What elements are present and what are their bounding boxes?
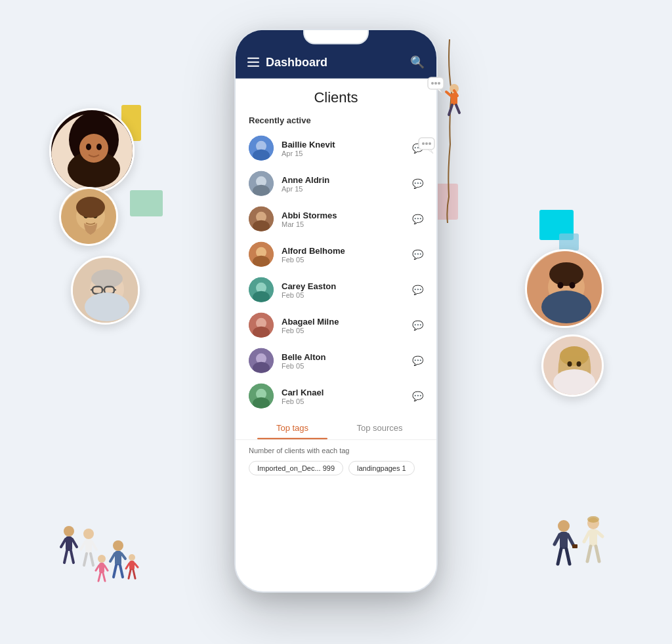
message-icon[interactable]: 💬	[412, 391, 423, 401]
avatar	[249, 207, 274, 231]
phone-body: Clients Recently active Baillie Knevit A…	[236, 79, 436, 590]
client-name: Abagael Milne	[282, 316, 404, 326]
svg-line-97	[597, 532, 602, 536]
client-name: Carl Knael	[282, 387, 404, 397]
svg-line-68	[91, 553, 93, 565]
tags-section: Number of clients with each tag Imported…	[236, 440, 436, 482]
tab-top-tags[interactable]: Top tags	[249, 416, 336, 439]
client-name: Abbi Stormes	[282, 210, 404, 220]
client-info: Alford Belhome Feb 05	[282, 245, 404, 263]
client-item[interactable]: Baillie Knevit Apr 15 💬	[236, 131, 436, 166]
tags-list: Imported_on_Dec... 999 landingpages 1	[249, 461, 423, 475]
client-date: Feb 05	[282, 361, 404, 369]
client-name: Carey Easton	[282, 281, 404, 291]
client-item[interactable]: Abbi Stormes Mar 15 💬	[236, 201, 436, 237]
svg-line-103	[446, 92, 451, 96]
svg-point-75	[113, 540, 123, 551]
avatar-man-beard	[59, 187, 118, 246]
svg-rect-82	[129, 561, 135, 570]
avatar	[249, 171, 274, 196]
avatar-woman-blonde	[541, 334, 604, 397]
avatar	[249, 313, 274, 338]
client-item[interactable]: Abagael Milne Feb 05 💬	[236, 308, 436, 343]
svg-line-86	[133, 570, 135, 578]
svg-line-99	[596, 546, 599, 561]
client-list: Baillie Knevit Apr 15 💬 Anne Aldrin Apr …	[236, 131, 436, 414]
message-icon[interactable]: 💬	[412, 320, 423, 331]
svg-line-74	[103, 573, 105, 581]
svg-point-57	[64, 526, 74, 536]
avatar	[249, 277, 274, 302]
tab-top-sources[interactable]: Top sources	[336, 416, 423, 439]
client-info: Baillie Knevit Apr 15	[282, 139, 404, 157]
deco-mint	[130, 190, 163, 216]
svg-point-31	[577, 361, 581, 367]
avatar	[249, 242, 274, 267]
client-date: Feb 05	[282, 326, 404, 334]
svg-point-109	[431, 82, 434, 85]
svg-line-79	[114, 565, 116, 577]
svg-point-32	[553, 369, 595, 395]
client-date: Feb 05	[282, 397, 404, 405]
svg-marker-113	[428, 150, 433, 153]
client-info: Abbi Stormes Mar 15	[282, 210, 404, 228]
hamburger-menu-icon[interactable]	[247, 58, 259, 67]
svg-line-77	[110, 553, 115, 561]
svg-line-59	[61, 539, 66, 547]
header-left: Dashboard	[247, 55, 327, 69]
climbing-figure	[413, 39, 466, 223]
client-name: Anne Aldrin	[282, 174, 404, 184]
svg-point-111	[438, 82, 440, 85]
svg-line-73	[98, 573, 100, 581]
client-item[interactable]: Alford Belhome Feb 05 💬	[236, 237, 436, 272]
svg-line-60	[72, 539, 77, 547]
svg-line-90	[568, 534, 574, 546]
client-date: Feb 05	[282, 291, 404, 298]
app-title: Dashboard	[266, 55, 327, 69]
avatar-older-man-glasses	[71, 256, 140, 325]
message-icon[interactable]: 💬	[412, 285, 423, 295]
svg-point-6	[96, 144, 102, 150]
svg-line-93	[566, 549, 570, 564]
message-icon[interactable]: 💬	[412, 249, 423, 260]
svg-line-71	[96, 565, 99, 571]
svg-point-5	[86, 144, 91, 150]
client-info: Carl Knael Feb 05	[282, 387, 404, 405]
svg-line-89	[555, 534, 560, 544]
svg-point-110	[434, 82, 437, 85]
avatar	[249, 136, 274, 161]
client-info: Belle Alton Feb 05	[282, 352, 404, 369]
svg-marker-108	[437, 89, 442, 93]
tag-chip[interactable]: Imported_on_Dec... 999	[249, 461, 343, 475]
client-info: Anne Aldrin Apr 15	[282, 174, 404, 192]
avatar	[249, 384, 274, 409]
client-date: Apr 15	[282, 149, 404, 157]
client-name: Alford Belhome	[282, 245, 404, 255]
svg-line-84	[135, 563, 138, 567]
svg-point-116	[429, 142, 431, 145]
client-name: Belle Alton	[282, 352, 404, 361]
avatar-man-smiling	[525, 249, 604, 328]
client-date: Feb 05	[282, 255, 404, 263]
svg-line-85	[129, 570, 131, 578]
svg-point-25	[570, 282, 576, 289]
client-info: Carey Easton Feb 05	[282, 281, 404, 298]
svg-line-66	[92, 542, 96, 550]
avatar-woman-afro	[49, 108, 135, 193]
phone-notch	[303, 30, 369, 45]
phone-frame: Dashboard 🔍 Clients Recently active Bail…	[234, 29, 438, 593]
figure-group-right	[541, 513, 620, 592]
client-item[interactable]: Belle Alton Feb 05 💬	[236, 343, 436, 378]
client-item[interactable]: Carey Easton Feb 05 💬	[236, 272, 436, 308]
svg-point-26	[541, 291, 591, 323]
figure-group-left	[43, 519, 161, 605]
svg-line-106	[456, 105, 459, 113]
message-icon[interactable]: 💬	[412, 355, 423, 366]
svg-point-24	[558, 282, 564, 289]
deco-blue-sm	[559, 233, 579, 251]
svg-point-11	[76, 197, 105, 218]
client-item[interactable]: Anne Aldrin Apr 15 💬	[236, 166, 436, 201]
client-item[interactable]: Carl Knael Feb 05 💬	[236, 378, 436, 414]
tag-chip[interactable]: landingpages 1	[348, 461, 415, 475]
tags-description: Number of clients with each tag	[249, 447, 423, 454]
